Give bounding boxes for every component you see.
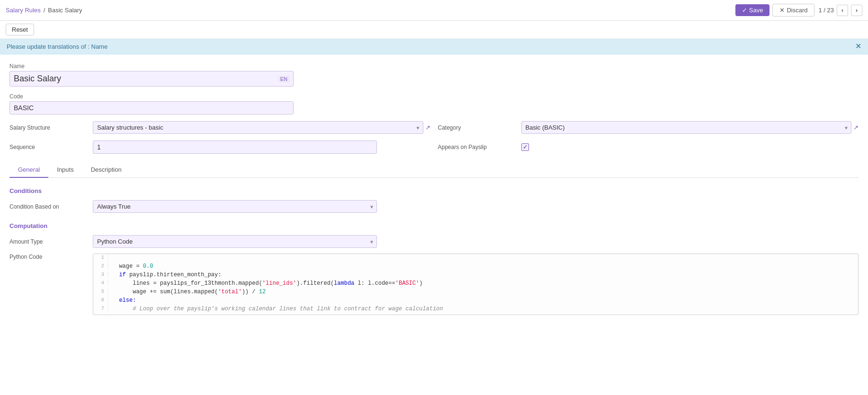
python-code-row: Python Code 1 2 wage = 0.0 3 if payslip.… [9,254,859,315]
tab-inputs[interactable]: Inputs [48,162,82,178]
tab-description[interactable]: Description [82,162,130,178]
category-select[interactable]: Basic (BASIC) [521,121,852,134]
nav-info: 1 / 23 [818,7,834,14]
discard-button[interactable]: ✕ Discard [772,4,814,17]
python-code-label: Python Code [9,254,85,260]
tab-general[interactable]: General [9,162,48,178]
amount-type-select-wrapper: Python Code ▼ [93,235,377,248]
code-line-2: 2 wage = 0.0 [93,263,858,271]
sequence-label: Sequence [9,144,85,150]
computation-title: Computation [9,222,859,229]
condition-based-select[interactable]: Always True [93,200,377,213]
discard-x-icon: ✕ [779,7,785,14]
amount-type-label: Amount Type [9,238,85,245]
code-line-1: 1 [93,254,858,263]
category-label: Category [438,124,514,131]
sequence-input[interactable] [93,140,377,154]
code-input[interactable] [9,101,294,114]
condition-based-select-wrapper: Always True ▼ [93,200,377,213]
appears-checkbox[interactable] [521,143,529,151]
lang-badge: EN [278,76,290,82]
code-line-5: 5 wage += sum(lines.mapped('total')) / 1… [93,288,858,297]
salary-structure-ext-link[interactable]: ↗ [425,124,430,131]
nav-actions: 1 / 23 ‹ › [818,5,862,16]
name-label: Name [9,63,859,70]
fields-grid: Salary Structure Salary structures - bas… [9,121,859,134]
code-line-6: 6 else: [93,297,858,305]
save-check-icon: ✓ [742,7,747,14]
breadcrumb-parent[interactable]: Salary Rules [6,7,41,14]
category-select-wrapper: Basic (BASIC) ▼ [521,121,852,134]
code-line-3: 3 if payslip.thirteen_month_pay: [93,271,858,280]
computation-section: Computation Amount Type Python Code ▼ Py… [9,222,859,315]
alert-close-button[interactable]: ✕ [855,43,861,50]
code-label: Code [9,93,859,100]
condition-based-label: Condition Based on [9,203,85,210]
form-area: Name EN Code Salary Structure Salary str… [0,54,868,324]
breadcrumb-separator: / [44,7,45,14]
code-line-8: 8 for line in working_month_calendar_lin… [93,314,858,315]
nav-next-button[interactable]: › [851,5,862,16]
conditions-section: Conditions Condition Based on Always Tru… [9,187,859,213]
category-ext-link[interactable]: ↗ [853,124,859,131]
top-actions: ✓ Save ✕ Discard [735,4,815,17]
code-row: Code [9,93,859,114]
code-line-4: 4 lines = payslips_for_13thmonth.mapped(… [93,280,858,288]
top-bar: Salary Rules / Basic Salary ✓ Save ✕ Dis… [0,0,868,21]
condition-row: Condition Based on Always True ▼ [9,200,859,213]
breadcrumb-current: Basic Salary [48,7,82,14]
salary-structure-select[interactable]: Salary structures - basic [93,121,423,134]
breadcrumb: Salary Rules / Basic Salary [6,7,82,14]
appears-label: Appears on Payslip [438,144,514,150]
code-line-7: 7 # Loop over the payslip's working cale… [93,305,858,314]
python-code-editor[interactable]: 1 2 wage = 0.0 3 if payslip.thirteen_mon… [93,254,859,315]
sequence-row: Sequence Appears on Payslip [9,140,859,154]
salary-structure-wrapper: Salary structures - basic ▼ ↗ [93,121,430,134]
salary-structure-select-wrapper: Salary structures - basic ▼ [93,121,423,134]
reset-button[interactable]: Reset [6,24,34,35]
appears-checkbox-wrapper [521,143,859,151]
amount-type-select[interactable]: Python Code [93,235,377,248]
reset-bar: Reset [0,21,868,39]
alert-banner: Please update translations of : Name ✕ [0,39,868,54]
category-wrapper: Basic (BASIC) ▼ ↗ [521,121,859,134]
conditions-title: Conditions [9,187,859,194]
salary-structure-label: Salary Structure [9,124,85,131]
alert-message: Please update translations of : Name [7,43,107,50]
name-row: Name EN [9,63,859,87]
nav-prev-button[interactable]: ‹ [837,5,848,16]
save-button[interactable]: ✓ Save [735,4,770,16]
name-input[interactable] [9,71,294,87]
tabs-bar: General Inputs Description [9,162,859,178]
amount-row: Amount Type Python Code ▼ [9,235,859,248]
